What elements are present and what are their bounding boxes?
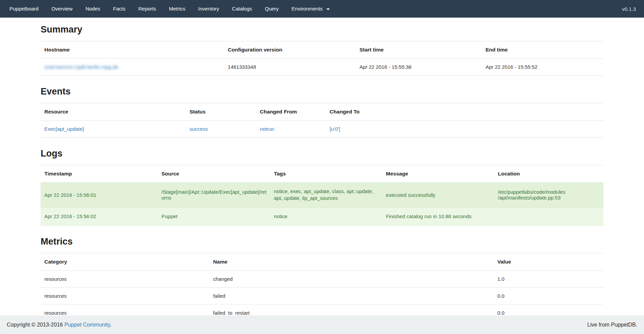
summary-row: snat-tservvm.mpib-berlin.mpg.de 14613333… (41, 59, 603, 76)
nav-reports[interactable]: Reports (132, 0, 163, 18)
summary-col-config-version: Configuration version (224, 41, 356, 59)
log-tags-cell: notice (270, 207, 382, 225)
logs-col-message: Message (382, 165, 494, 183)
summary-header-row: Hostname Configuration version Start tim… (41, 41, 603, 59)
logs-title: Logs (41, 148, 603, 159)
footer: Copyright © 2013-2016 Puppet Community. … (0, 315, 644, 334)
logs-col-timestamp: Timestamp (41, 165, 158, 183)
log-message-cell: executed successfully (382, 183, 494, 208)
event-changed-to-link[interactable]: [u'0'] (330, 126, 340, 132)
nav-metrics[interactable]: Metrics (163, 0, 192, 18)
metric-category-cell: resources (41, 287, 210, 304)
log-location-cell: /etc/puppetlabs/code/modules /apt/manife… (494, 183, 603, 208)
config-version-cell: 1461333348 (224, 59, 356, 76)
metric-name-cell: failed (210, 287, 494, 304)
events-title: Events (41, 86, 603, 97)
nav-environments-label: Environments (292, 6, 323, 12)
page: Puppetboard Overview Nodes Facts Reports… (0, 0, 644, 334)
caret-down-icon (326, 8, 330, 10)
log-message-cell: Finished catalog run in 10.88 seconds (382, 207, 494, 225)
main-content: Summary Hostname Configuration version S… (41, 24, 603, 334)
log-row: Apr 22 2016 - 15:56:01 /Stage[main]/Apt:… (41, 183, 603, 208)
navbar: Puppetboard Overview Nodes Facts Reports… (0, 0, 644, 18)
log-timestamp-cell: Apr 22 2016 - 15:56:01 (41, 183, 158, 208)
nav-overview[interactable]: Overview (45, 0, 79, 18)
summary-col-end-time: End time (482, 41, 603, 59)
events-col-changed-to: Changed To (326, 103, 603, 121)
metrics-col-category: Category (41, 253, 210, 270)
nav-catalogs[interactable]: Catalogs (226, 0, 258, 18)
event-status-cell: success (186, 121, 256, 138)
metrics-col-name: Name (210, 253, 494, 270)
logs-header-row: Timestamp Source Tags Message Location (41, 165, 603, 183)
metrics-table: Category Name Value resources changed 1.… (41, 253, 603, 321)
event-row: Exec[apt_update] success notrun [u'0'] (41, 121, 603, 138)
log-tags-cell: notice, exec, apt_update, class, apt::up… (270, 183, 382, 208)
summary-col-start-time: Start time (356, 41, 482, 59)
events-table: Resource Status Changed From Changed To … (41, 103, 603, 138)
nav-nodes[interactable]: Nodes (79, 0, 106, 18)
event-resource-cell: Exec[apt_update] (41, 121, 186, 138)
copyright-text: Copyright © 2013-2016 (7, 322, 63, 328)
end-time-cell: Apr 22 2016 - 15:55:52 (482, 59, 603, 76)
summary-table: Hostname Configuration version Start tim… (41, 41, 603, 76)
metrics-title: Metrics (41, 236, 603, 247)
log-location-cell (494, 207, 603, 225)
start-time-cell: Apr 22 2016 - 15:55:38 (356, 59, 482, 76)
hostname-link[interactable]: snat-tservvm.mpib-berlin.mpg.de (44, 64, 118, 70)
navbar-left: Puppetboard Overview Nodes Facts Reports… (0, 0, 336, 18)
footer-copyright: Copyright © 2013-2016 Puppet Community. (7, 322, 111, 328)
metric-category-cell: resources (41, 270, 210, 287)
log-row: Apr 22 2016 - 15:56:02 Puppet notice Fin… (41, 207, 603, 225)
event-changed-from-link[interactable]: notrun (260, 126, 275, 132)
logs-col-location: Location (494, 165, 603, 183)
event-changed-to-cell: [u'0'] (326, 121, 603, 138)
navbar-right: v0.1.3 (622, 0, 644, 18)
events-col-resource: Resource (41, 103, 186, 121)
metric-value-cell: 1.0 (494, 270, 603, 287)
live-from-puppetdb-text: Live from PuppetDB. (587, 322, 637, 328)
metric-name-cell: changed (210, 270, 494, 287)
brand-link[interactable]: Puppetboard (0, 0, 45, 18)
events-header-row: Resource Status Changed From Changed To (41, 103, 603, 121)
metric-value-cell: 0.0 (494, 287, 603, 304)
version-label: v0.1.3 (622, 6, 636, 12)
log-source-cell: Puppet (158, 207, 270, 225)
nav-facts[interactable]: Facts (107, 0, 132, 18)
logs-table: Timestamp Source Tags Message Location A… (41, 165, 603, 226)
summary-title: Summary (41, 24, 603, 35)
events-col-status: Status (186, 103, 256, 121)
copyright-period: . (110, 322, 111, 328)
nav-environments-dropdown[interactable]: Environments (285, 0, 336, 18)
nav-inventory[interactable]: Inventory (192, 0, 226, 18)
event-changed-from-cell: notrun (256, 121, 326, 138)
metric-row: resources failed 0.0 (41, 287, 603, 304)
log-source-cell: /Stage[main]/Apt::Update/Exec[apt_update… (158, 183, 270, 208)
metric-row: resources changed 1.0 (41, 270, 603, 287)
nav-query[interactable]: Query (258, 0, 285, 18)
logs-col-tags: Tags (270, 165, 382, 183)
logs-col-source: Source (158, 165, 270, 183)
log-timestamp-cell: Apr 22 2016 - 15:56:02 (41, 207, 158, 225)
metrics-header-row: Category Name Value (41, 253, 603, 270)
events-col-changed-from: Changed From (256, 103, 326, 121)
hostname-cell: snat-tservvm.mpib-berlin.mpg.de (41, 59, 224, 76)
summary-col-hostname: Hostname (41, 41, 224, 59)
metrics-col-value: Value (494, 253, 603, 270)
event-status-link[interactable]: success (190, 126, 208, 132)
puppet-community-link[interactable]: Puppet Community (64, 322, 110, 328)
event-resource-link[interactable]: Exec[apt_update] (44, 126, 84, 132)
